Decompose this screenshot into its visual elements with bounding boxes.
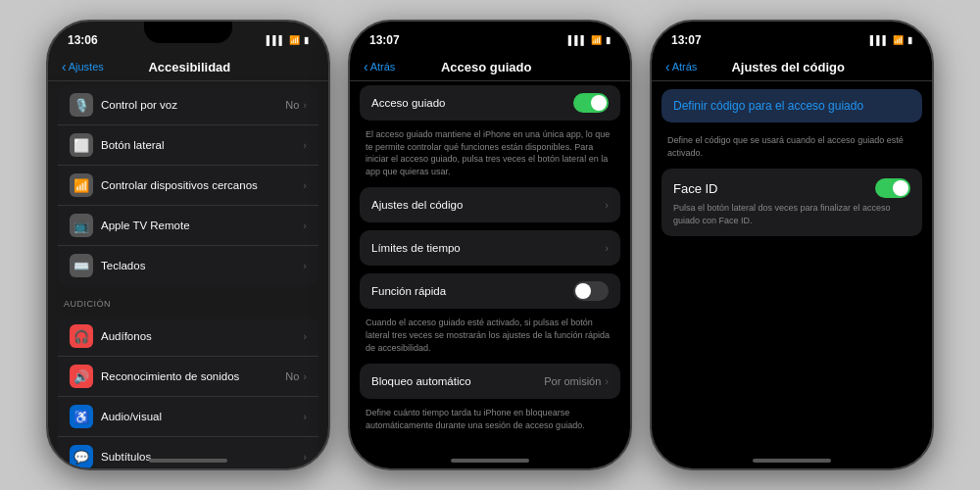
chevron-icon: ›: [303, 99, 307, 111]
acceso-guiado-row[interactable]: Acceso guiado: [360, 85, 620, 121]
chevron-icon: ›: [303, 330, 307, 342]
item-icon: 🔊: [70, 365, 93, 388]
list-item[interactable]: ⬜ Botón lateral ›: [58, 125, 318, 166]
phones-container: 13:06 ▌▌▌ 📶 ▮ ‹ Ajustes Accesibilidad: [0, 0, 980, 490]
limites-tiempo-label: Límites de tiempo: [371, 242, 605, 254]
nav-back-1[interactable]: ‹ Ajustes: [62, 59, 104, 74]
define-code-button[interactable]: Definir código para el acceso guiado: [662, 89, 922, 122]
phone-3: 13:07 ▌▌▌ 📶 ▮ ‹ Atrás Ajustes del código: [650, 20, 934, 470]
bloqueo-automatico-desc: Define cuánto tiempo tarda tu iPhone en …: [350, 403, 630, 437]
item-icon: 🎧: [70, 324, 93, 348]
wifi-icon-2: 📶: [591, 35, 602, 45]
status-icons-1: ▌▌▌ 📶 ▮: [267, 35, 309, 45]
bloqueo-automatico-group: Bloqueo automático Por omisión ›: [360, 364, 620, 399]
list-item[interactable]: 🎙️ Control por voz No ›: [58, 85, 318, 125]
define-code-desc: Define el código que se usará cuando el …: [652, 130, 932, 165]
ajustes-codigo-label: Ajustes del código: [371, 199, 605, 211]
list-item[interactable]: 📺 Apple TV Remote ›: [58, 206, 318, 246]
item-label: Audífonos: [101, 330, 303, 342]
funcion-rapida-toggle[interactable]: [573, 281, 609, 301]
limites-tiempo-row[interactable]: Límites de tiempo ›: [360, 230, 620, 266]
wifi-icon-3: 📶: [893, 35, 904, 45]
item-label: Apple TV Remote: [101, 220, 303, 231]
chevron-icon: ›: [605, 199, 609, 211]
item-icon: ⌨️: [70, 254, 93, 277]
status-icons-3: ▌▌▌ 📶 ▮: [870, 35, 912, 45]
back-arrow-2: ‹: [364, 59, 368, 74]
face-id-desc: Pulsa el botón lateral dos veces para fi…: [673, 202, 910, 226]
menu-group-1-1: 🎧 Audífonos › 🔊 Reconocimiento de sonido…: [58, 317, 318, 468]
chevron-icon: ›: [605, 242, 609, 254]
face-id-section: Face ID Pulsa el botón lateral dos veces…: [662, 169, 922, 236]
home-indicator-3: [753, 459, 831, 463]
chevron-icon: ›: [303, 451, 307, 463]
menu-group-1-0: 🎙️ Control por voz No › ⬜ Botón lateral …: [58, 85, 318, 285]
item-icon: 💬: [70, 445, 93, 468]
item-icon: 📶: [70, 173, 93, 197]
list-item[interactable]: 📶 Controlar dispositivos cercanos ›: [58, 166, 318, 206]
list-item[interactable]: 🎧 Audífonos ›: [58, 317, 318, 357]
item-value: No: [285, 99, 299, 111]
funcion-rapida-group: Función rápida: [360, 273, 620, 309]
ajustes-codigo-group: Ajustes del código ›: [360, 187, 620, 222]
define-code-title: Definir código para el acceso guiado: [673, 99, 910, 113]
nav-bar-3: ‹ Atrás Ajustes del código: [652, 55, 932, 81]
time-1: 13:06: [68, 33, 98, 47]
nav-back-2[interactable]: ‹ Atrás: [364, 59, 395, 74]
notch-3: [748, 22, 836, 43]
wifi-icon-1: 📶: [289, 35, 300, 45]
acceso-guiado-group: Acceso guiado: [360, 85, 620, 121]
chevron-icon: ›: [605, 375, 609, 387]
nav-bar-2: ‹ Atrás Acceso guiado: [350, 55, 630, 81]
nav-title-2: Acceso guiado: [395, 60, 577, 74]
time-3: 13:07: [671, 33, 702, 47]
content-3: Definir código para el acceso guiado Def…: [652, 81, 932, 468]
list-item[interactable]: ⌨️ Teclados ›: [58, 246, 318, 285]
face-id-row: Face ID: [673, 178, 910, 198]
section-header-audicion: AUDICIÓN: [48, 289, 328, 313]
battery-icon-3: ▮: [907, 35, 912, 45]
content-1: 🎙️ Control por voz No › ⬜ Botón lateral …: [48, 81, 328, 468]
signal-icon-1: ▌▌▌: [267, 35, 285, 45]
ajustes-codigo-row[interactable]: Ajustes del código ›: [360, 187, 620, 222]
item-value: No: [285, 370, 299, 382]
chevron-icon: ›: [303, 260, 307, 271]
chevron-icon: ›: [303, 179, 307, 191]
item-label: Audio/visual: [101, 411, 303, 422]
chevron-icon: ›: [303, 220, 307, 231]
time-2: 13:07: [369, 33, 400, 47]
battery-icon-2: ▮: [606, 35, 611, 45]
funcion-rapida-row[interactable]: Función rápida: [360, 273, 620, 309]
item-label: Control por voz: [101, 99, 285, 111]
back-arrow-3: ‹: [665, 59, 670, 74]
item-icon: 📺: [70, 214, 93, 237]
back-arrow-1: ‹: [62, 59, 67, 74]
list-item[interactable]: 🔊 Reconocimiento de sonidos No ›: [58, 357, 318, 397]
list-item[interactable]: ♿ Audio/visual ›: [58, 397, 318, 437]
nav-title-3: Ajustes del código: [697, 60, 879, 74]
acceso-guiado-label: Acceso guiado: [371, 97, 573, 109]
nav-back-3[interactable]: ‹ Atrás: [665, 59, 697, 74]
list-item[interactable]: 💬 Subtítulos ›: [58, 437, 318, 468]
home-indicator-2: [451, 459, 529, 463]
bloqueo-automatico-label: Bloqueo automático: [371, 375, 544, 387]
nav-back-label-2: Atrás: [370, 61, 396, 73]
nav-bar-1: ‹ Ajustes Accesibilidad: [48, 55, 328, 81]
nav-title-1: Accesibilidad: [104, 60, 275, 74]
notch-2: [446, 22, 534, 43]
phone-2: 13:07 ▌▌▌ 📶 ▮ ‹ Atrás Acceso guiado: [348, 20, 632, 470]
item-label: Controlar dispositivos cercanos: [101, 179, 303, 191]
funcion-rapida-desc: Cuando el acceso guiado esté activado, s…: [350, 313, 630, 360]
limites-tiempo-group: Límites de tiempo ›: [360, 230, 620, 266]
face-id-toggle[interactable]: [875, 178, 910, 198]
face-id-label: Face ID: [673, 181, 718, 196]
content-2: Acceso guiado El acceso guiado mantiene …: [350, 81, 630, 468]
bloqueo-automatico-row[interactable]: Bloqueo automático Por omisión ›: [360, 364, 620, 399]
funcion-rapida-label: Función rápida: [371, 285, 573, 297]
notch-1: [144, 22, 232, 43]
item-label: Botón lateral: [101, 139, 303, 151]
signal-icon-2: ▌▌▌: [568, 35, 587, 45]
signal-icon-3: ▌▌▌: [870, 35, 889, 45]
acceso-guiado-toggle[interactable]: [573, 93, 609, 113]
chevron-icon: ›: [303, 370, 307, 382]
